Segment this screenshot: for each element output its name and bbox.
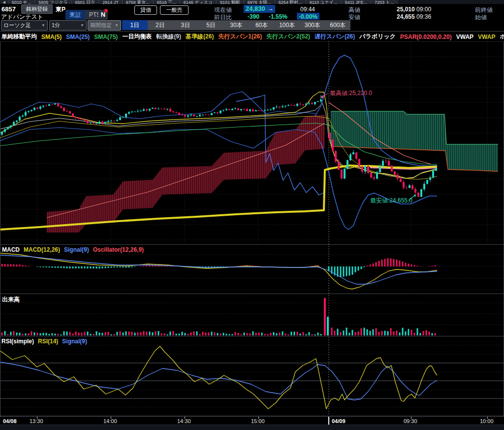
high-annotation: 最高値:25,220.0 (330, 90, 372, 97)
ichimoku-cloud-layer (47, 111, 498, 232)
high-value: 25,010 09:00 (397, 6, 431, 13)
period-button[interactable]: 1日 (122, 20, 148, 30)
period-button[interactable]: 30本 (223, 20, 249, 30)
axis-label: 04/09 (332, 418, 346, 424)
low-price: 24,655 (397, 13, 415, 20)
low-value: 24,655 09:36 (397, 13, 431, 20)
high-time: 09:00 (416, 6, 431, 13)
volume-legend: 出来高 (2, 296, 24, 304)
period-button[interactable]: 100本 (274, 20, 300, 30)
legend-item: 基準線(26) (186, 33, 214, 41)
legend-item: VWAP (456, 33, 473, 40)
rsi-layer (0, 346, 437, 409)
stock-tab[interactable]: 6758 東京... (123, 0, 154, 4)
axis-label: 04/08 (3, 418, 17, 424)
stock-tab[interactable]: 5010 テ... (8, 0, 35, 4)
interval-value: 1分 (52, 21, 60, 30)
legend-item: 単純移動平均 (1, 33, 37, 41)
bottom-strip (0, 425, 504, 430)
time-axis: 04/0813:3014:0014:3015:0004/0909:3010:00 (0, 416, 504, 425)
legend-item: 一目均衡表 (122, 33, 152, 41)
stock-tabs: 5010 テ...5805 フジクラ6501 日立2914 JT6758 東京.… (8, 0, 398, 4)
legend-item: RSI(14) (38, 338, 58, 345)
legend-item: Oscillator(12,26,9) (93, 246, 144, 253)
macd-layer (0, 253, 437, 289)
current-price-number: 24,830 (246, 5, 265, 12)
stock-tab[interactable]: 7203 ト... (371, 0, 398, 4)
legend-item: RSI(simple) (1, 338, 34, 345)
low-time: 09:36 (416, 13, 431, 20)
volume-layer (1, 298, 436, 335)
period-button[interactable]: 3日 (173, 20, 198, 30)
period-button[interactable]: 60本 (249, 20, 275, 30)
period-button[interactable]: 5日 (198, 20, 224, 30)
loan-button[interactable]: 貸借 (134, 5, 157, 15)
legend-item: ボリンジャーバンド (500, 33, 504, 41)
period-button[interactable]: 600本 (325, 20, 351, 30)
stock-tab-strip: ◀ 5010 テ...5805 フジクラ6501 日立2914 JT6758 東… (0, 0, 504, 4)
legend-item: SMA(75) (94, 33, 118, 40)
legend-item: 遅行スパン(26) (315, 33, 355, 41)
bollinger-lower-0408 (0, 128, 316, 148)
chevron-down-icon: ▼ (41, 21, 45, 30)
axis-label: 15:00 (251, 418, 265, 424)
rsi-legend: RSI(simple)RSI(14)Signal(9) (1, 338, 91, 345)
legend-item: MACD (2, 246, 20, 253)
stock-tab[interactable]: 9110 ユナイ... (306, 0, 342, 4)
chart-area: 最高値:25,220.0最安値:24,655.0 (0, 41, 504, 416)
legend-item: MACD(12,26) (24, 246, 60, 253)
chart-controls: ローソク足▼ 1分▼ 期間指定▼ 1日2日3日5日30本60本100本300本6… (0, 20, 504, 31)
stock-tab[interactable]: 6501 日立 (72, 0, 99, 4)
stock-tab[interactable]: 6976 太陽... (244, 0, 275, 4)
legend-item: 出来高 (2, 296, 20, 304)
tab-nav-left-icon[interactable]: ◀ (0, 0, 8, 4)
axis-label: 13:30 (30, 418, 43, 424)
change-value: -390 (248, 13, 259, 20)
axis-label: 14:30 (177, 418, 191, 424)
stock-tab[interactable]: 6146 ディスコ (180, 0, 217, 4)
exchange-tab-東証[interactable]: 東証 (65, 10, 85, 20)
stock-tab[interactable]: 2914 JT (99, 0, 123, 4)
chevron-down-icon: ▼ (115, 21, 119, 30)
indicator-legend: 単純移動平均SMA(5)SMA(25)SMA(75)一目均衡表転換線(9)基準線… (0, 31, 504, 42)
header: 6857 アドバンテスト 銘柄登録 東P 東証PTS N 貸借 一般売 現在値 … (0, 4, 504, 20)
stock-tab[interactable]: 5805 フジクラ (35, 0, 71, 4)
legend-item: 先行スパン1(26) (218, 33, 262, 41)
axis-label: 14:00 (103, 418, 117, 424)
chart-type-select[interactable]: ローソク足▼ (1, 20, 48, 31)
legend-item: 先行スパン2(52) (266, 33, 310, 41)
general-sell-button[interactable]: 一般売 (160, 5, 189, 15)
legend-item: パラボリック (359, 33, 396, 41)
chart-type-value: ローソク足 (3, 21, 31, 30)
legend-item: VWAP (478, 33, 495, 40)
ichimoku-cloud-down (47, 115, 325, 232)
legend-item: SMA(25) (66, 33, 90, 40)
interval-select[interactable]: 1分▼ (49, 20, 87, 31)
legend-item: Signal(9) (64, 246, 89, 253)
period-button-bar: 1日2日3日5日30本60本100本300本600本 (122, 20, 350, 30)
market-segment-label: 東P (56, 5, 65, 14)
stock-tab[interactable]: 5411 JFE... (342, 0, 371, 4)
high-price: 25,010 (397, 6, 415, 13)
stock-tab[interactable]: 6516 三... (154, 0, 180, 4)
period-button[interactable]: 300本 (300, 20, 325, 30)
news-alert-dot (104, 9, 108, 12)
register-symbol-button[interactable]: 銘柄登録 (21, 4, 53, 14)
period-button[interactable]: 2日 (148, 20, 173, 30)
axis-label: 09:30 (404, 418, 417, 424)
legend-item: PSAR(0.0200,0.20) (400, 33, 452, 40)
period-specify-button[interactable]: 期間指定▼ (88, 20, 121, 31)
axis-label: 10:00 (480, 418, 494, 424)
legend-item: Signal(9) (62, 338, 87, 345)
macd-legend: MACDMACD(12,26)Signal(9)Oscillator(12,26… (2, 246, 148, 253)
current-price-time: 09:44 (300, 6, 315, 13)
stock-code: 6857 (1, 5, 16, 13)
day-separator-tick (328, 417, 329, 425)
low-annotation: 最安値:24,655.0 (370, 197, 412, 204)
legend-item: 転換線(9) (156, 33, 181, 41)
stock-tab[interactable]: 9101 郵船 (217, 0, 244, 4)
current-price-value: 24,830 → (244, 5, 275, 13)
chevron-down-icon: ▼ (80, 21, 84, 30)
change-percent: -1.55% (269, 13, 287, 20)
stock-tab[interactable]: 6254 野村... (275, 0, 306, 4)
